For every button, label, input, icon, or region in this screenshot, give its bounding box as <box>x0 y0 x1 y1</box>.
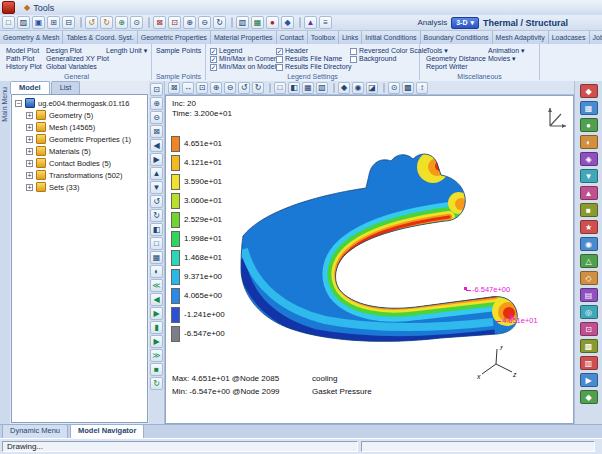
wireframe-icon[interactable]: ▧ <box>236 16 249 29</box>
ribbon-tab[interactable]: Boundary Conditions <box>421 31 493 44</box>
anim-loop-icon[interactable]: ↻ <box>150 377 163 390</box>
checkbox-row[interactable]: ✓ Min/Max in Corner <box>210 55 276 63</box>
reset-view-icon[interactable]: □ <box>150 237 163 250</box>
collapse-icon[interactable]: − <box>15 100 22 107</box>
ribbon-tab[interactable]: Toolbox <box>308 31 339 44</box>
anim-stop-icon[interactable]: ■ <box>150 363 163 376</box>
anim-last-icon[interactable]: ≫ <box>150 349 163 362</box>
graphics-viewport[interactable]: Inc: 20 Time: 3.200e+01 4.651e+01 4.121e… <box>165 95 574 424</box>
anim-play-icon[interactable]: ▶ <box>150 307 163 320</box>
tree-item[interactable]: + Transformations (502) <box>12 169 147 181</box>
view-orientation-icon[interactable] <box>546 104 570 130</box>
snapshot-icon[interactable]: ⊙ <box>130 16 143 29</box>
ribbon-button[interactable]: Geometry Distance <box>426 55 486 63</box>
ribbon-tab[interactable]: Links <box>339 31 362 44</box>
redo-icon[interactable]: ↻ <box>100 16 113 29</box>
checkbox-row[interactable]: Reversed Color Scale <box>350 47 427 55</box>
expand-icon[interactable]: + <box>26 124 33 131</box>
save-model-icon[interactable]: ▣ <box>32 16 45 29</box>
checkbox[interactable] <box>276 64 283 71</box>
checkbox-row[interactable]: Background <box>350 55 427 63</box>
ribbon-tab[interactable]: Geometry & Mesh <box>0 31 63 44</box>
fill-view-icon[interactable]: ⊠ <box>153 16 166 29</box>
layers-tool-icon[interactable]: ▩ <box>580 339 598 353</box>
initial-cond-tool-icon[interactable]: ▲ <box>580 186 598 200</box>
anim-next-icon[interactable]: ▶ <box>150 335 163 348</box>
zoom-in-icon[interactable]: ⊕ <box>150 97 163 110</box>
select-tool-icon[interactable]: ⊡ <box>580 322 598 336</box>
ribbon-tab[interactable]: Initial Conditions <box>362 31 420 44</box>
bottom-tab[interactable]: Dynamic Menu <box>2 424 68 438</box>
checkbox[interactable] <box>350 56 357 63</box>
zoom-out-icon[interactable]: ⊖ <box>198 16 211 29</box>
analysis-dimension-dropdown[interactable]: 3-D ▾ <box>451 17 479 29</box>
tree-item[interactable]: + Geometry (5) <box>12 109 147 121</box>
anim-prev-icon[interactable]: ◀ <box>150 293 163 306</box>
refresh-icon[interactable]: ⊕ <box>115 16 128 29</box>
contact-tool-icon[interactable]: ◐ <box>580 135 598 149</box>
links-tool-icon[interactable]: ◈ <box>580 152 598 166</box>
checkbox-row[interactable]: ✓ Legend <box>210 47 276 55</box>
zoom-box-icon[interactable]: ⊡ <box>196 82 208 94</box>
expand-icon[interactable]: + <box>26 172 33 179</box>
zoom-out-icon[interactable]: ⊖ <box>150 111 163 124</box>
new-model-icon[interactable]: □ <box>2 16 15 29</box>
tree-item[interactable]: + Sets (33) <box>12 181 147 193</box>
wireframe-view-icon[interactable]: ▧ <box>316 82 328 94</box>
reset-view-icon[interactable]: ⊡ <box>168 16 181 29</box>
plot-tool-icon[interactable]: △ <box>580 254 598 268</box>
rotate-view-icon[interactable]: ↻ <box>213 16 226 29</box>
view-front-icon[interactable]: □ <box>274 82 286 94</box>
expand-icon[interactable]: + <box>26 112 33 119</box>
geometry-tool-icon[interactable]: ◆ <box>580 84 598 98</box>
ribbon-button[interactable]: Global Variables <box>46 63 109 71</box>
expand-icon[interactable]: + <box>26 184 33 191</box>
shaded-view-icon[interactable]: ▦ <box>302 82 314 94</box>
plot-settings-icon[interactable]: ▲ <box>304 16 317 29</box>
ribbon-tab[interactable]: Tables & Coord. Syst. <box>63 31 137 44</box>
entity-solids-icon[interactable]: ◆ <box>281 16 294 29</box>
expand-icon[interactable]: + <box>26 160 33 167</box>
material-tool-icon[interactable]: ● <box>580 118 598 132</box>
mesh-tool-icon[interactable]: ▦ <box>580 101 598 115</box>
ribbon-tab[interactable]: Loadcases <box>549 31 590 44</box>
separator[interactable] <box>383 83 385 93</box>
tree-item[interactable]: + Mesh (14565) <box>12 121 147 133</box>
menu-tools[interactable]: ◆ Tools <box>19 0 72 15</box>
anim-pause-icon[interactable]: ▮ <box>150 321 163 334</box>
checkbox-row[interactable]: Results File Directory <box>276 63 352 71</box>
list-view-icon[interactable]: ≡ <box>319 16 332 29</box>
tree-item[interactable]: + Contact Bodies (5) <box>12 157 147 169</box>
separator[interactable] <box>148 17 150 28</box>
separator[interactable] <box>231 17 233 28</box>
ribbon-button[interactable]: Movies ▾ <box>488 55 525 63</box>
bottom-tab[interactable]: Model Navigator <box>70 424 144 438</box>
boundary-cond-tool-icon[interactable]: ▼ <box>580 169 598 183</box>
separator[interactable] <box>333 83 335 93</box>
rotate-right-icon[interactable]: ↻ <box>252 82 264 94</box>
ribbon-button[interactable]: Sample Points <box>156 47 201 55</box>
ribbon-button[interactable]: Design Plot <box>46 47 109 55</box>
rotate-left-icon[interactable]: ↺ <box>238 82 250 94</box>
ribbon-tab[interactable]: Material Properties <box>211 31 277 44</box>
separator[interactable] <box>269 83 271 93</box>
shaded-icon[interactable]: ▦ <box>251 16 264 29</box>
fill-view-icon[interactable]: ⊠ <box>168 82 180 94</box>
ribbon-button[interactable]: Tools ▾ <box>426 47 486 55</box>
movie-tool-icon[interactable]: ▶ <box>580 373 598 387</box>
results-tool-icon[interactable]: ◉ <box>580 237 598 251</box>
grid-icon[interactable]: ▩ <box>402 82 414 94</box>
loadcase-tool-icon[interactable]: ■ <box>580 203 598 217</box>
checkbox-row[interactable]: ✓ Header <box>276 47 352 55</box>
navigator-tab[interactable]: List <box>51 81 81 94</box>
ribbon-tab[interactable]: Mesh Adaptivity <box>493 31 549 44</box>
checkbox[interactable]: ✓ <box>276 48 283 55</box>
separator[interactable] <box>80 17 82 28</box>
copy-icon[interactable]: ⊞ <box>47 16 60 29</box>
navigator-tab[interactable]: Model <box>10 81 50 94</box>
length-unit-dropdown[interactable]: Length Unit ▾ <box>106 47 147 55</box>
checkbox[interactable] <box>350 48 357 55</box>
views-tool-icon[interactable]: ◎ <box>580 305 598 319</box>
tree-item[interactable]: + Materials (5) <box>12 145 147 157</box>
entity-points-icon[interactable]: ● <box>266 16 279 29</box>
